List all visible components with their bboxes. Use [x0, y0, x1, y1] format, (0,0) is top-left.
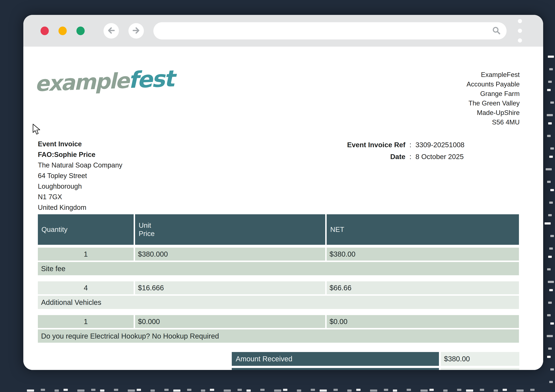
sender-line: Accounts Payable	[467, 80, 520, 89]
invoice-title: Event Invoice	[38, 139, 122, 149]
sender-line: Grange Farm	[467, 89, 520, 98]
table-row: 1 $0.000 $0.00	[38, 315, 519, 328]
recipient-line: 64 Topley Street	[38, 171, 122, 181]
column-header-net: NET	[327, 214, 519, 245]
address-bar[interactable]	[153, 22, 507, 39]
zoom-button[interactable]	[76, 27, 85, 35]
browser-menu-button[interactable]	[517, 18, 523, 44]
cell-quantity: 1	[38, 248, 134, 261]
recipient-line: United Kingdom	[38, 202, 122, 213]
back-button[interactable]	[103, 23, 119, 39]
row-description: Site fee	[38, 262, 519, 275]
row-description: Do you require Electrical Hookup? No Hoo…	[38, 329, 519, 343]
arrow-right-icon	[132, 26, 140, 35]
cell-net: $380.00	[327, 248, 519, 261]
column-header-quantity: Quantity	[38, 214, 134, 245]
arrow-left-icon	[107, 26, 116, 35]
screenshot-root: { "browser": { "address_bar": { "value":…	[0, 0, 555, 392]
cell-net: $66.66	[327, 281, 519, 294]
cell-net: $0.00	[327, 315, 519, 328]
cell-quantity: 4	[38, 281, 134, 294]
browser-toolbar	[23, 15, 543, 47]
cell-quantity: 1	[38, 315, 134, 328]
recipient-address-block: Event Invoice FAO:Sophie Price The Natur…	[38, 139, 122, 213]
table-row: 4 $16.666 $66.66	[38, 281, 519, 294]
sender-line: S56 4MU	[467, 117, 520, 127]
row-description: Additional Vehicles	[38, 296, 519, 309]
sender-address-block: ExampleFest Accounts Payable Grange Farm…	[467, 70, 520, 127]
sender-line: The Green Valley	[467, 98, 520, 108]
search-icon[interactable]	[491, 26, 501, 36]
separator: :	[405, 152, 416, 161]
recipient-line: N1 7GX	[38, 192, 122, 202]
cell-unit-price: $16.666	[135, 281, 325, 294]
logo-word-accent: fest	[128, 65, 174, 94]
kebab-menu-icon	[518, 19, 522, 23]
next-total-row-clipped	[232, 368, 519, 370]
invoice-fao: FAO:Sophie Price	[38, 149, 122, 160]
amount-received-row: Amount Received $380.00	[232, 352, 519, 366]
address-bar-input[interactable]	[161, 27, 491, 35]
separator: :	[405, 140, 416, 150]
table-row: 1 $380.000 $380.00	[38, 248, 519, 261]
cell-unit-price: $0.000	[135, 315, 325, 328]
invoice-ref-value: 3309-20251008	[416, 140, 464, 150]
cell-unit-price: $380.000	[135, 248, 325, 261]
examplefest-logo: examplefest	[34, 65, 174, 97]
window-controls	[41, 27, 85, 35]
sender-line: ExampleFest	[467, 70, 520, 80]
invoice-date-value: 8 October 2025	[416, 152, 464, 161]
amount-received-label: Amount Received	[232, 352, 439, 366]
recipient-line: The Natural Soap Company	[38, 160, 122, 171]
sender-line: Made-UpShire	[467, 108, 520, 117]
recipient-line: Loughborough	[38, 181, 122, 192]
close-button[interactable]	[41, 27, 49, 35]
line-items-table: Quantity Unit Price NET 1 $380.000 $380.…	[38, 214, 519, 349]
invoice-ref-label: Event Invoice Ref	[327, 140, 405, 150]
browser-window: examplefest ExampleFest Accounts Payable…	[23, 15, 543, 370]
logo-word-primary: example	[34, 68, 129, 96]
minimize-button[interactable]	[58, 27, 67, 35]
invoice-meta: Event Invoice Ref : 3309-20251008 Date :…	[327, 140, 464, 161]
forward-button[interactable]	[128, 23, 144, 39]
invoice-document: examplefest ExampleFest Accounts Payable…	[23, 47, 543, 370]
column-header-unit-price: Unit Price	[135, 214, 325, 245]
mouse-cursor	[32, 124, 41, 136]
invoice-date-label: Date	[327, 152, 405, 161]
totals-section: Amount Received $380.00	[232, 352, 519, 370]
amount-received-value: $380.00	[441, 352, 519, 366]
table-header-row: Quantity Unit Price NET	[38, 214, 519, 245]
